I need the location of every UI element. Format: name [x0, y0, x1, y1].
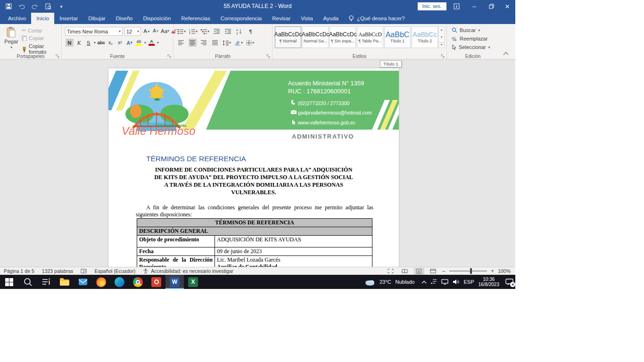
paste-button[interactable]: Pegar ▾ [3, 26, 20, 49]
justify-icon[interactable] [211, 39, 219, 47]
grow-font-button[interactable]: A▲ [143, 27, 151, 35]
borders-icon[interactable]: ▾ [246, 39, 254, 47]
styles-scroll-up-icon[interactable]: ▴ [441, 28, 443, 32]
weather-condition[interactable]: Nublado [396, 279, 415, 285]
chrome-icon[interactable] [129, 275, 147, 289]
tab-dibujar[interactable]: Dibujar [83, 13, 110, 24]
tab-revisar[interactable]: Revisar [267, 13, 296, 24]
line-spacing-icon[interactable]: ▾ [223, 39, 231, 47]
hidden-icons-chevron[interactable] [421, 280, 427, 284]
align-left-icon[interactable] [177, 39, 185, 47]
ink-workspace-icon[interactable] [431, 279, 437, 285]
weather-cloud-icon[interactable] [364, 278, 375, 286]
strikethrough-button[interactable]: abc [97, 39, 105, 47]
format-painter-button[interactable]: Copiar formato [22, 43, 61, 55]
print-layout-icon[interactable] [414, 268, 424, 275]
document-page[interactable]: Valle Hermoso GAD PARROQUIAL Acuerdo Min… [108, 68, 399, 267]
tab-insertar[interactable]: Insertar [54, 13, 83, 24]
text-effects-button[interactable]: A▾ [125, 39, 133, 47]
volume-icon[interactable] [453, 279, 459, 285]
network-icon[interactable] [441, 279, 448, 285]
underline-chevron-icon[interactable]: ▾ [94, 41, 96, 45]
close-button[interactable]: ✕ [501, 0, 513, 13]
align-center-icon[interactable] [189, 39, 197, 47]
tab-inicio[interactable]: Inicio [31, 13, 54, 24]
style-titulo-1[interactable]: AaBbC Título 1 [384, 26, 411, 48]
word-taskbar-icon[interactable]: W [165, 275, 184, 289]
tab-ayuda[interactable]: Ayuda [318, 13, 344, 24]
shrink-font-button[interactable]: A▼ [152, 27, 160, 35]
file-explorer-icon[interactable] [55, 275, 74, 289]
ribbon-display-options-icon[interactable] [450, 0, 462, 13]
accessibility-status[interactable]: Accesibilidad: es necesario investigar [143, 268, 233, 274]
tab-diseno[interactable]: Diseño [111, 13, 138, 24]
zoom-level[interactable]: 100% [498, 268, 511, 274]
highlight-button[interactable]: ab [135, 39, 143, 47]
style-normal-sa[interactable]: AaBbCcDc Normal Sa... [302, 26, 329, 48]
firefox-icon[interactable] [92, 275, 110, 289]
minimize-button[interactable]: ─ [468, 0, 480, 13]
style-sin-espaciado[interactable]: AaBbCcDc ¶ Sin espa... [330, 26, 356, 48]
subscript-button[interactable]: x₂ [107, 39, 115, 47]
paragraph-marks-icon[interactable]: ¶ [247, 27, 255, 35]
copy-button[interactable]: Copiar [22, 35, 44, 41]
web-layout-icon[interactable] [428, 268, 438, 275]
sign-in-button[interactable]: Inic. ses. [418, 2, 446, 10]
style-normal[interactable]: AaBbCcDc ¶ Normal [275, 26, 301, 48]
focus-mode-icon[interactable] [386, 268, 396, 275]
keyboard-language[interactable]: ESP [463, 279, 474, 285]
select-button[interactable]: Seleccionar▾ [452, 44, 490, 50]
page-indicator[interactable]: Página 1 de 5 [4, 268, 34, 274]
paragraph-dialog-launcher-icon[interactable] [266, 54, 271, 58]
change-case-button[interactable]: Aa▾ [161, 27, 169, 35]
proofing-errors-icon[interactable] [81, 269, 87, 274]
highlight-chevron-icon[interactable]: ▾ [144, 41, 146, 45]
tab-referencias[interactable]: Referencias [176, 13, 215, 24]
decrease-indent-icon[interactable] [213, 27, 221, 35]
multilevel-list-icon[interactable]: ▾ [201, 27, 209, 35]
tab-correspondencia[interactable]: Correspondencia [215, 13, 267, 24]
word-count[interactable]: 1323 palabras [42, 268, 74, 274]
align-right-icon[interactable] [200, 39, 208, 47]
tell-me-box[interactable]: ¿Qué desea hacer? [344, 13, 405, 24]
start-button[interactable] [0, 275, 18, 289]
italic-button[interactable]: K [75, 39, 83, 47]
cut-button[interactable]: ✂ Cortar [22, 27, 42, 33]
zoom-out-button[interactable]: − [442, 268, 446, 275]
styles-dialog-launcher-icon[interactable] [440, 54, 445, 58]
font-color-chevron-icon[interactable]: ▾ [157, 41, 159, 45]
font-dialog-launcher-icon[interactable] [167, 54, 172, 58]
find-button[interactable]: Buscar▾ [452, 27, 480, 33]
increase-indent-icon[interactable] [224, 27, 232, 35]
clock[interactable]: 10:36 16/8/2023 [479, 277, 500, 287]
tab-disposicion[interactable]: Disposición [138, 13, 176, 24]
style-table-paragraph[interactable]: AaBbCcD ¶ Table Pa... [357, 26, 383, 48]
tab-archivo[interactable]: Archivo [3, 13, 31, 24]
styles-more-icon[interactable]: ▾ [439, 42, 444, 47]
font-name-combo[interactable]: Times New Roma▾ [65, 27, 123, 36]
taskbar-search-icon[interactable] [18, 275, 37, 289]
task-view-icon[interactable] [37, 275, 55, 289]
notification-center-icon[interactable]: 4 [505, 279, 513, 286]
numbering-icon[interactable]: 123▾ [189, 27, 198, 35]
excel-taskbar-icon[interactable]: X [184, 275, 202, 289]
shading-icon[interactable]: ▾ [234, 39, 243, 47]
mail-icon[interactable] [74, 275, 92, 289]
underline-button[interactable]: S [84, 39, 92, 47]
restore-button[interactable] [485, 0, 497, 13]
acrobat-icon[interactable] [147, 275, 165, 289]
zoom-slider-thumb[interactable] [470, 268, 472, 274]
bullets-icon[interactable]: ▾ [177, 27, 186, 35]
replace-button[interactable]: ab Reemplazar [452, 36, 487, 41]
collapse-ribbon-icon[interactable] [503, 50, 509, 56]
styles-scroll-down-icon[interactable]: ▾ [441, 35, 443, 39]
edge-icon[interactable] [110, 275, 129, 289]
font-size-combo[interactable]: 12▾ [124, 27, 141, 36]
zoom-in-button[interactable]: + [491, 268, 494, 274]
document-canvas[interactable]: Título 1 [0, 59, 515, 267]
bold-button[interactable]: N [66, 39, 74, 47]
clipboard-dialog-launcher-icon[interactable] [55, 54, 60, 58]
tab-vista[interactable]: Vista [296, 13, 318, 24]
font-color-button[interactable]: A [148, 39, 156, 47]
language-indicator[interactable]: Español (Ecuador) [94, 268, 135, 274]
